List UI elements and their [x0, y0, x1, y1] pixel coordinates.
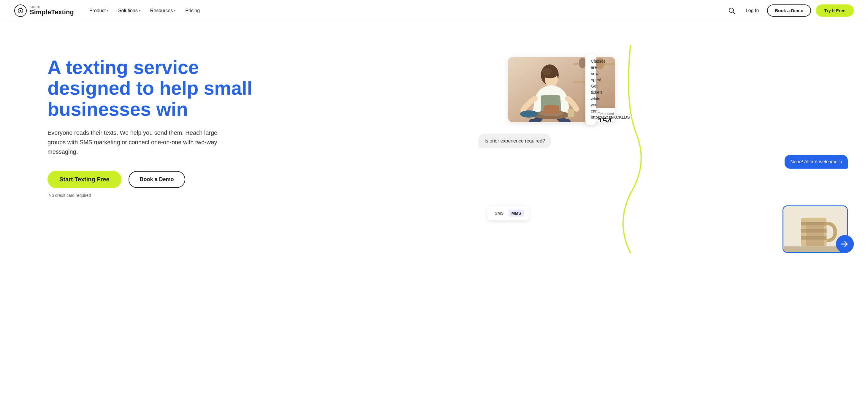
hero-subtext: Everyone reads their texts. We help you …	[48, 128, 226, 156]
svg-line-4	[733, 12, 735, 14]
hero-cta-group: Start Texting Free Book a Demo	[48, 171, 467, 188]
navbar: SINCH SimpleTexting Product ▾ Solutions …	[0, 0, 868, 21]
svg-point-9	[579, 58, 586, 68]
incoming-chat-row: Is prior experience required?	[478, 134, 848, 153]
blue-action-button[interactable]	[836, 235, 854, 253]
svg-rect-23	[801, 229, 827, 233]
search-button[interactable]	[726, 5, 737, 16]
start-texting-button[interactable]: Start Texting Free	[48, 171, 121, 188]
navbar-left: SINCH SimpleTexting Product ▾ Solutions …	[14, 4, 203, 17]
nav-pricing-link[interactable]: Pricing	[182, 6, 203, 16]
svg-rect-24	[801, 236, 827, 240]
svg-point-15	[542, 68, 552, 76]
navbar-right: Log In Book a Demo Try It Free	[726, 4, 854, 17]
hero-content: A texting service designed to help small…	[48, 45, 467, 198]
notification-bubble: Classes are now open! Get tickets while …	[585, 54, 596, 125]
chevron-down-icon: ▾	[107, 9, 108, 12]
search-icon	[728, 7, 735, 14]
svg-point-3	[729, 8, 734, 12]
nav-item-solutions[interactable]: Solutions ▾	[115, 6, 144, 16]
nav-product-link[interactable]: Product ▾	[86, 6, 112, 16]
hero-heading: A texting service designed to help small…	[48, 57, 255, 120]
solutions-label: Solutions	[118, 8, 138, 13]
nav-links: Product ▾ Solutions ▾ Resources ▾ Pricin…	[86, 6, 203, 16]
logo-link[interactable]: SINCH SimpleTexting	[14, 4, 74, 17]
svg-point-2	[20, 10, 21, 11]
nav-solutions-link[interactable]: Solutions ▾	[115, 6, 144, 16]
sms-mms-selector: SMS MMS	[488, 206, 529, 220]
hero-illustration: Classes are now open! Get tickets while …	[467, 45, 854, 253]
pricing-label: Pricing	[185, 8, 200, 13]
nav-book-demo-button[interactable]: Book a Demo	[767, 4, 811, 17]
logo-text: SINCH SimpleTexting	[30, 6, 74, 16]
svg-rect-19	[567, 109, 574, 117]
hero-section: A texting service designed to help small…	[0, 21, 868, 418]
arrow-icon	[836, 235, 854, 253]
logo-icon	[14, 4, 27, 17]
nav-item-resources[interactable]: Resources ▾	[147, 6, 179, 16]
nav-item-product[interactable]: Product ▾	[86, 6, 112, 16]
svg-rect-22	[801, 222, 827, 226]
incoming-bubble: Is prior experience required?	[478, 134, 551, 148]
chevron-down-icon: ▾	[139, 9, 141, 12]
mms-tab[interactable]: MMS	[508, 210, 524, 217]
nav-try-free-button[interactable]: Try It Free	[816, 4, 854, 17]
resources-label: Resources	[150, 8, 173, 13]
brand-name: SimpleTexting	[30, 9, 74, 16]
login-link[interactable]: Log In	[742, 6, 762, 16]
outgoing-bubble: Nope! All are welcome :)	[784, 155, 848, 169]
product-label: Product	[89, 8, 106, 13]
svg-point-18	[520, 111, 538, 118]
no-credit-card-text: No credit card required	[49, 193, 467, 198]
nav-item-pricing[interactable]: Pricing	[182, 6, 203, 16]
chat-bubbles-area: Is prior experience required? Nope! All …	[478, 134, 848, 173]
nav-resources-link[interactable]: Resources ▾	[147, 6, 179, 16]
chevron-down-icon: ▾	[174, 9, 176, 12]
hero-book-demo-button[interactable]: Book a Demo	[128, 171, 185, 188]
sms-tab[interactable]: SMS	[492, 210, 506, 217]
